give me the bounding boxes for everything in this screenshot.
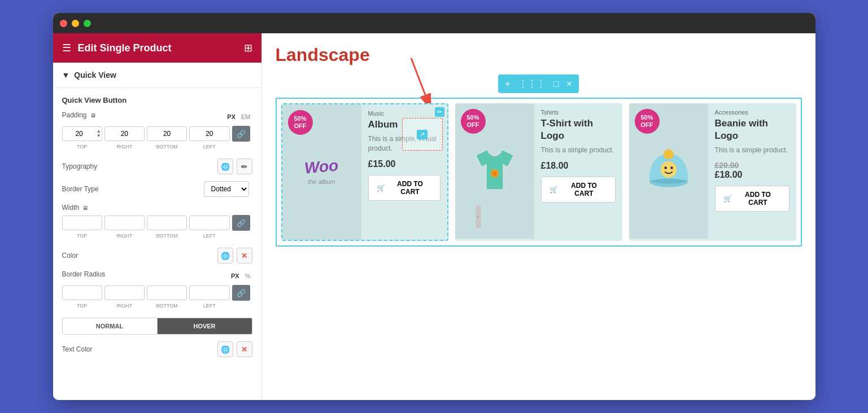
cart-icon-tshirt: 🛒 <box>549 186 558 194</box>
woo-logo: Woo the album <box>300 155 343 190</box>
width-right-input[interactable] <box>104 216 145 230</box>
album-add-to-cart-btn[interactable]: 🛒 ADD TO CART <box>368 175 440 201</box>
tshirt-name: T-Shirt with Logo <box>541 117 616 142</box>
traffic-light-red[interactable] <box>60 20 67 27</box>
product-card-beanie[interactable]: 50%OFF <box>629 103 796 241</box>
normal-hover-toggle: NORMAL HOVER <box>62 318 252 335</box>
traffic-light-green[interactable] <box>84 20 91 27</box>
color-clear-btn[interactable]: ✕ <box>237 248 252 263</box>
em-tab[interactable]: EM <box>239 113 252 121</box>
width-group: Width 🖥 🔗 TOP RIGHT BOTTOM LEF <box>62 204 252 239</box>
border-radius-label-row: Border Radius PX % <box>62 270 252 282</box>
br-top-input[interactable] <box>62 285 102 300</box>
beanie-category: Accessories <box>715 109 790 116</box>
tshirt-add-to-cart-btn[interactable]: 🛒 ADD TO CART <box>541 177 616 203</box>
beanie-svg <box>643 143 694 199</box>
widget-close-btn[interactable]: × <box>564 78 574 90</box>
color-label: Color <box>62 252 78 260</box>
width-inputs: 🔗 <box>62 215 252 231</box>
main-layout: ☰ Edit Single Product ⊞ ▼ Quick View Qui… <box>53 33 815 400</box>
beanie-name: Beanie with Logo <box>715 117 790 142</box>
text-color-globe-btn[interactable]: 🌐 <box>217 341 233 357</box>
padding-inputs: 20 ▲▼ 20 20 20 🔗 <box>62 126 252 142</box>
widget-add-btn[interactable]: + <box>503 78 512 90</box>
normal-btn[interactable]: NORMAL <box>62 318 158 335</box>
border-type-select[interactable]: Dotted None Solid Double Dashed <box>204 181 249 197</box>
widget-grid-btn[interactable]: ⋮⋮⋮ <box>516 77 548 90</box>
product-badge-beanie: 50%OFF <box>635 109 660 134</box>
quick-view-button-label: Quick View Button <box>62 96 252 104</box>
product-card-album[interactable]: ✏ 50%OFF Woo the album <box>281 103 448 241</box>
padding-right-input[interactable]: 20 <box>104 126 145 141</box>
text-color-clear-btn[interactable]: ✕ <box>237 341 252 357</box>
border-radius-group: Border Radius PX % 🔗 TOP <box>62 270 252 309</box>
content-area: Landscape + ⋮⋮⋮ □ × <box>262 33 815 400</box>
unit-tabs: PX EM <box>225 113 252 121</box>
br-percent-tab[interactable]: % <box>243 272 252 280</box>
quick-view-label: Quick View <box>74 71 116 80</box>
beanie-price: £20.00 £18.00 <box>715 161 790 180</box>
monitor-icon: 🖥 <box>90 112 96 118</box>
hover-btn[interactable]: HOVER <box>158 318 252 335</box>
tshirt-desc: This is a simple product. <box>541 146 616 155</box>
width-bottom-input[interactable] <box>147 216 187 230</box>
svg-point-8 <box>670 166 673 169</box>
width-link-button[interactable]: 🔗 <box>232 215 250 231</box>
typography-row: Typography 🌐 ✏ <box>62 159 252 174</box>
browser-window: ☰ Edit Single Product ⊞ ▼ Quick View Qui… <box>53 13 815 400</box>
beanie-add-to-cart-btn[interactable]: 🛒 ADD TO CART <box>715 186 790 212</box>
color-row: Color 🌐 ✕ <box>62 248 252 263</box>
album-info: ↗ Music Album This is a simple, virtual … <box>361 104 447 240</box>
br-left-input[interactable] <box>189 285 229 300</box>
quick-view-toggle[interactable]: ▼ Quick View <box>62 71 252 80</box>
svg-point-7 <box>664 166 667 169</box>
hamburger-icon[interactable]: ☰ <box>62 42 71 54</box>
border-radius-inputs: 🔗 <box>62 285 252 301</box>
cart-icon-album: 🛒 <box>377 184 385 192</box>
br-px-tab[interactable]: PX <box>229 272 241 280</box>
browser-titlebar <box>53 13 815 33</box>
br-link-button[interactable]: 🔗 <box>232 285 250 301</box>
chevron-down-icon: ▼ <box>62 71 70 80</box>
monitor-icon-width: 🖥 <box>82 205 88 211</box>
svg-point-5 <box>664 149 674 159</box>
px-tab[interactable]: PX <box>225 113 237 121</box>
sidebar: ☰ Edit Single Product ⊞ ▼ Quick View Qui… <box>53 33 262 400</box>
padding-link-button[interactable]: 🔗 <box>232 126 250 142</box>
padding-label: Padding 🖥 <box>62 111 96 119</box>
width-left-input[interactable] <box>189 216 229 230</box>
quick-view-section-header[interactable]: ▼ Quick View <box>53 63 261 88</box>
typography-globe-btn[interactable]: 🌐 <box>217 159 233 174</box>
quick-view-overlay: ↗ <box>402 118 443 151</box>
album-price: £15.00 <box>368 159 440 169</box>
br-bottom-input[interactable] <box>147 285 187 300</box>
text-color-actions: 🌐 ✕ <box>217 341 252 357</box>
color-globe-btn[interactable]: 🌐 <box>217 248 233 263</box>
column-resize-handle[interactable]: ‹ <box>476 205 481 228</box>
products-grid: ✏ 50%OFF Woo the album <box>276 98 802 247</box>
traffic-light-yellow[interactable] <box>72 20 79 27</box>
width-labels: TOP RIGHT BOTTOM LEFT <box>62 233 252 239</box>
quick-view-body: Quick View Button Padding 🖥 PX EM <box>53 88 261 372</box>
padding-labels: TOP RIGHT BOTTOM LEFT <box>62 144 252 150</box>
album-category: Music <box>368 110 440 117</box>
edit-icon-overlay[interactable]: ✏ <box>435 107 444 117</box>
width-label-row: Width 🖥 <box>62 204 252 212</box>
quick-view-resize-icon: ↗ <box>417 130 428 139</box>
width-top-input[interactable] <box>62 216 102 230</box>
tshirt-category: Tshirts <box>541 109 616 116</box>
grid-icon[interactable]: ⊞ <box>244 42 252 54</box>
padding-bottom-input[interactable]: 20 <box>147 126 187 141</box>
content-title: Landscape <box>276 45 802 65</box>
typography-actions: 🌐 ✏ <box>217 159 252 174</box>
padding-left-input[interactable]: 20 <box>189 126 229 141</box>
widget-toolbar: + ⋮⋮⋮ □ × <box>498 74 578 93</box>
typography-edit-btn[interactable]: ✏ <box>237 159 252 174</box>
padding-top-input-wrapper: 20 ▲▼ <box>62 126 102 141</box>
sidebar-header: ☰ Edit Single Product ⊞ <box>53 33 261 63</box>
widget-settings-btn[interactable]: □ <box>551 78 561 90</box>
br-right-input[interactable] <box>104 285 145 300</box>
sidebar-header-left: ☰ Edit Single Product <box>62 42 172 54</box>
text-color-row: Text Color 🌐 ✕ <box>62 341 252 357</box>
grid-container-wrapper: ✏ 50%OFF Woo the album <box>276 98 802 247</box>
